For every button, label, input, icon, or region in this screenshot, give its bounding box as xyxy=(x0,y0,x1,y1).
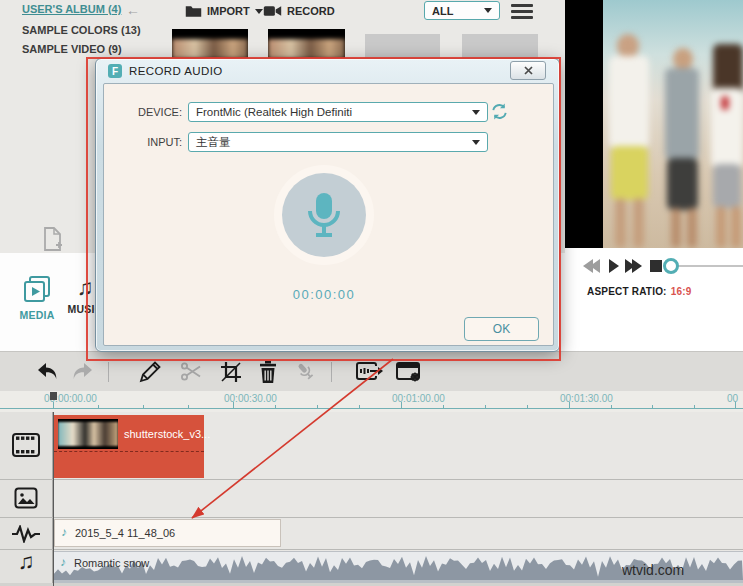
clip-thumbnail xyxy=(58,419,118,449)
volume-slider-knob[interactable] xyxy=(663,258,679,274)
chevron-down-icon xyxy=(472,140,480,145)
record-audio-dialog: F RECORD AUDIO DEVICE: FrontMic (Realtek… xyxy=(95,58,560,352)
clip-divider xyxy=(54,451,204,452)
ruler-label: 00 xyxy=(727,393,738,404)
redo-button[interactable] xyxy=(72,360,96,384)
toolbar-divider xyxy=(331,362,332,382)
playhead-line[interactable] xyxy=(53,412,54,586)
start-record-button[interactable] xyxy=(282,173,366,257)
record-label: RECORD xyxy=(287,5,335,17)
preview-panel: ASPECT RATIO:16:9 xyxy=(565,0,743,351)
add-file-icon[interactable] xyxy=(42,227,64,251)
microphone-icon xyxy=(304,191,344,239)
music-clip-label: Romantic snow xyxy=(74,557,149,569)
close-icon xyxy=(524,66,533,75)
timeline-tracks: ♫ shutterstock_v3... ♪ 2015_5_4 11_48_06… xyxy=(0,412,743,586)
video-clip-label: shutterstock_v3... xyxy=(124,428,210,440)
playhead-handle[interactable] xyxy=(50,392,57,400)
folder-icon xyxy=(185,4,202,18)
ruler-label: 00:01:00.00 xyxy=(392,393,445,404)
timeline-toolbar xyxy=(0,351,743,391)
sidebar-item-sample-colors[interactable]: SAMPLE COLORS (13) xyxy=(22,24,141,36)
export-button[interactable] xyxy=(355,360,383,384)
volume-slider-track[interactable] xyxy=(669,265,743,267)
camera-icon xyxy=(263,4,282,18)
aspect-ratio: ASPECT RATIO:16:9 xyxy=(587,286,691,297)
chevron-down-icon xyxy=(472,110,480,115)
edit-button[interactable] xyxy=(138,360,162,384)
voiceover-track-icon[interactable] xyxy=(11,525,41,543)
device-label: DEVICE: xyxy=(104,106,182,118)
record-timer: 00:00:00 xyxy=(264,287,384,302)
playback-controls xyxy=(565,255,743,279)
voiceover-clip[interactable]: ♪ 2015_5_4 11_48_06 xyxy=(54,519,281,547)
filter-value: ALL xyxy=(432,5,453,17)
music-track-icon[interactable]: ♫ xyxy=(18,550,35,574)
import-label: IMPORT xyxy=(207,5,250,17)
ruler-baseline xyxy=(0,408,743,409)
toolbar-divider xyxy=(108,362,109,382)
device-dropdown[interactable]: FrontMic (Realtek High Definiti xyxy=(188,102,488,122)
aspect-ratio-label: ASPECT RATIO: xyxy=(587,286,667,297)
video-viewport xyxy=(565,0,743,248)
dialog-title: RECORD AUDIO xyxy=(129,65,223,77)
input-label: INPUT: xyxy=(104,136,182,148)
split-button[interactable] xyxy=(179,360,203,384)
track-header-column: ♫ xyxy=(0,412,53,586)
thumbnail-placeholder[interactable] xyxy=(462,34,538,60)
menu-button[interactable] xyxy=(511,4,533,22)
music-note-icon: ♪ xyxy=(60,555,66,569)
video-thumbnail[interactable] xyxy=(172,29,248,59)
record-voiceover-button[interactable] xyxy=(294,360,318,384)
filter-dropdown[interactable]: ALL xyxy=(424,1,500,20)
input-dropdown[interactable]: 主音量 xyxy=(188,132,488,152)
timeline-ruler[interactable]: 00:00:00.00 00:00:30.00 00:01:00.00 00:0… xyxy=(0,391,743,412)
track-divider xyxy=(0,479,743,480)
music-note-icon: ♫ xyxy=(77,275,94,300)
track-divider xyxy=(0,517,743,518)
close-button[interactable] xyxy=(510,61,546,80)
input-value: 主音量 xyxy=(196,135,231,150)
video-thumbnail[interactable] xyxy=(268,29,345,59)
tab-media[interactable]: MEDIA xyxy=(14,276,60,321)
voiceover-clip-label: 2015_5_4 11_48_06 xyxy=(75,527,175,539)
stop-button[interactable] xyxy=(650,260,662,272)
ok-button[interactable]: OK xyxy=(464,317,539,341)
fast-forward-button[interactable] xyxy=(625,259,642,277)
image-track-icon[interactable] xyxy=(14,487,38,509)
back-arrow-icon[interactable]: ← xyxy=(126,2,140,18)
sidebar-item-sample-video[interactable]: SAMPLE VIDEO (9) xyxy=(22,43,122,55)
import-button[interactable]: IMPORT xyxy=(185,2,263,20)
video-track-icon[interactable] xyxy=(11,431,41,459)
thumbnail-placeholder[interactable] xyxy=(365,34,440,60)
music-note-icon: ♪ xyxy=(61,525,67,539)
settings-button[interactable] xyxy=(396,360,422,384)
ruler-label: 00:00:30.00 xyxy=(224,393,277,404)
track-divider xyxy=(0,549,743,550)
dialog-titlebar: F RECORD AUDIO xyxy=(108,64,223,78)
ruler-label: 00:01:30.00 xyxy=(560,393,613,404)
video-clip[interactable]: shutterstock_v3... xyxy=(54,415,204,478)
tab-media-label: MEDIA xyxy=(14,309,60,321)
waveform-baseline xyxy=(54,580,743,583)
record-button[interactable]: RECORD xyxy=(263,2,335,20)
delete-button[interactable] xyxy=(257,360,279,384)
rewind-button[interactable] xyxy=(583,259,600,277)
watermark: wtvid.com xyxy=(622,562,684,578)
refresh-icon[interactable] xyxy=(490,102,509,121)
play-button[interactable] xyxy=(609,259,619,277)
sidebar-item-users-album[interactable]: USER'S ALBUM (4) xyxy=(22,3,121,15)
chevron-down-icon xyxy=(255,9,263,14)
dialog-content: DEVICE: FrontMic (Realtek High Definiti … xyxy=(103,83,554,346)
media-icon xyxy=(24,276,50,302)
chevron-down-icon xyxy=(484,8,492,13)
preview-image xyxy=(603,0,743,248)
filmora-app: USER'S ALBUM (4) ← SAMPLE COLORS (13) SA… xyxy=(0,0,743,586)
undo-button[interactable] xyxy=(34,360,58,384)
filmora-logo-icon: F xyxy=(108,64,122,78)
device-value: FrontMic (Realtek High Definiti xyxy=(196,106,352,118)
aspect-ratio-value: 16:9 xyxy=(671,286,692,297)
crop-button[interactable] xyxy=(219,360,243,384)
